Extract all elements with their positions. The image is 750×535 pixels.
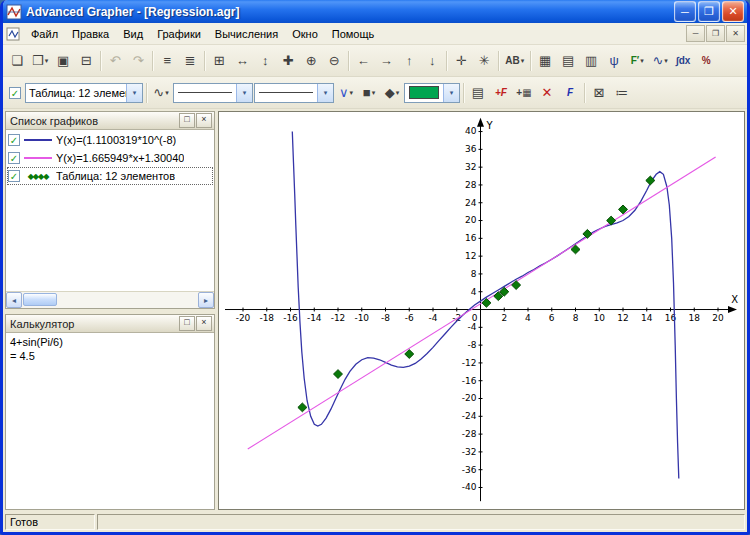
mdi-minimize-button[interactable]: ─ — [686, 25, 705, 42]
duplicate-list-button[interactable]: ≣ — [179, 50, 201, 72]
add-graph-button[interactable]: ⊞ — [208, 50, 230, 72]
save-button[interactable]: ▣ — [52, 50, 74, 72]
trace-button[interactable]: ✛ — [450, 50, 472, 72]
menu-item-2[interactable]: Вид — [116, 26, 150, 42]
undo-button[interactable]: ↶ — [104, 50, 126, 72]
chevron-down-icon[interactable]: ▾ — [126, 84, 142, 102]
graph-visible-checkbox[interactable]: ✓ — [9, 87, 21, 99]
pan-right-button[interactable]: → — [375, 50, 397, 72]
marker-style-button[interactable]: ◆▾ — [381, 82, 403, 104]
values-table-button[interactable]: ▤ — [557, 50, 579, 72]
add-function-icon: +F — [495, 88, 507, 98]
toolbar-separator — [348, 51, 349, 71]
fill-style-button[interactable]: ■▾ — [358, 82, 380, 104]
menu-item-1[interactable]: Правка — [65, 26, 116, 42]
delete-graph-button[interactable]: ✕ — [536, 82, 558, 104]
mdi-restore-button[interactable]: ❐ — [706, 25, 725, 42]
menu-item-5[interactable]: Окно — [285, 26, 325, 42]
add-function-button[interactable]: +F — [490, 82, 512, 104]
pan-up-button[interactable]: ↑ — [398, 50, 420, 72]
scroll-right-button[interactable]: ▸ — [198, 292, 214, 308]
scale-y-button[interactable]: ↕ — [254, 50, 276, 72]
integral-button[interactable]: ∫dx — [672, 50, 694, 72]
svg-text:4: 4 — [525, 313, 531, 323]
curve-type-button[interactable]: ∿▾ — [150, 82, 172, 104]
calculator-panel: Калькулятор □ × 4+sin(Pi/6) = 4.5 — [5, 314, 215, 510]
chevron-down-icon: ▾ — [45, 57, 49, 65]
open-button[interactable]: ❒▾ — [29, 50, 51, 72]
matrix-button[interactable]: ▥ — [580, 50, 602, 72]
close-button[interactable]: ✕ — [722, 1, 744, 22]
svg-text:-8: -8 — [468, 340, 477, 350]
line-style-combo[interactable]: ▾ — [173, 83, 253, 103]
undo-icon: ↶ — [110, 54, 121, 67]
svg-text:6: 6 — [549, 313, 555, 323]
color-combo[interactable]: ▾ — [404, 83, 460, 103]
menu-item-6[interactable]: Помощь — [325, 26, 382, 42]
scale-x-button[interactable]: ↔ — [231, 50, 253, 72]
chevron-down-icon[interactable]: ▾ — [236, 84, 252, 102]
derivative-button[interactable]: F′▾ — [626, 50, 648, 72]
zoom-out-button[interactable]: ⊖ — [323, 50, 345, 72]
graph-list-item-1[interactable]: ✓Y(x)=1.665949*x+1.30040 — [7, 149, 213, 167]
regression-button[interactable]: ψ — [603, 50, 625, 72]
graph-selector-combo[interactable]: Таблица: 12 элементов▾ — [25, 83, 143, 103]
svg-text:-12: -12 — [331, 313, 346, 323]
line-width-combo[interactable]: ▾ — [254, 83, 334, 103]
visibility-checkbox[interactable]: ✓ — [8, 134, 20, 146]
plot-panel[interactable]: XY-20-18-16-14-12-10-8-6-4-2246810121416… — [218, 111, 745, 510]
menu-item-0[interactable]: Файл — [24, 26, 65, 42]
graph-list-title: Список графиков — [10, 115, 98, 127]
toolbar-main: ❏❒▾▣⊟↶↷≡≣⊞↔↕✚⊕⊖←→↑↓✛✳AB▾▦▤▥ψF′▾∿▾∫dx% — [3, 45, 747, 77]
menu-item-4[interactable]: Вычисления — [208, 26, 285, 42]
svg-text:-18: -18 — [259, 313, 274, 323]
graph-list-item-0[interactable]: ✓Y(x)=(1.1100319*10^(-8) — [7, 131, 213, 149]
interpolation-button[interactable]: ∨▾ — [335, 82, 357, 104]
visibility-checkbox[interactable]: ✓ — [8, 170, 20, 182]
maximize-button[interactable]: ❐ — [698, 1, 720, 22]
table-button[interactable]: ▦ — [534, 50, 556, 72]
graph-list-item-2[interactable]: ✓◆◆◆◆Таблица: 12 элементов — [7, 167, 213, 185]
calculator-input[interactable]: 4+sin(Pi/6) = 4.5 — [6, 333, 214, 509]
toolbar-separator — [446, 51, 447, 71]
scroll-thumb[interactable] — [23, 293, 57, 306]
legend-button[interactable]: ≔ — [611, 82, 633, 104]
svg-text:-20: -20 — [462, 394, 477, 404]
print-button[interactable]: ⊟ — [75, 50, 97, 72]
properties-button[interactable]: ▤ — [467, 82, 489, 104]
pan-down-button[interactable]: ↓ — [421, 50, 443, 72]
new-button[interactable]: ❏ — [6, 50, 28, 72]
visibility-checkbox[interactable]: ✓ — [8, 152, 20, 164]
pan-left-button[interactable]: ← — [352, 50, 374, 72]
add-table-button[interactable]: +▦ — [513, 82, 535, 104]
minimize-button[interactable]: ─ — [674, 1, 696, 22]
graph-list: ✓Y(x)=(1.1100319*10^(-8)✓Y(x)=1.665949*x… — [6, 130, 214, 291]
curve-fit-button[interactable]: ∿▾ — [649, 50, 671, 72]
zoom-in-button[interactable]: ⊕ — [300, 50, 322, 72]
mdi-close-button[interactable]: ✕ — [726, 25, 745, 42]
panel-restore-button[interactable]: □ — [179, 113, 195, 128]
panel-close-button[interactable]: × — [196, 316, 212, 331]
graph-list-toggle-button[interactable]: ≡ — [156, 50, 178, 72]
scroll-track[interactable] — [22, 292, 198, 308]
interpolation-icon: ∨ — [339, 86, 349, 99]
redo-button[interactable]: ↷ — [127, 50, 149, 72]
panel-restore-button[interactable]: □ — [179, 316, 195, 331]
panel-close-button[interactable]: × — [196, 113, 212, 128]
toolbar-separator — [204, 51, 205, 71]
scroll-left-button[interactable]: ◂ — [6, 292, 22, 308]
axes-options-button[interactable]: ⊠ — [588, 82, 610, 104]
chevron-down-icon: ▾ — [664, 57, 668, 65]
chevron-down-icon[interactable]: ▾ — [317, 84, 333, 102]
text-label-button[interactable]: AB▾ — [502, 50, 527, 72]
plot-canvas[interactable]: XY-20-18-16-14-12-10-8-6-4-2246810121416… — [219, 112, 744, 509]
edit-graph-button[interactable]: F — [559, 82, 581, 104]
svg-text:20: 20 — [465, 216, 477, 226]
open-icon: ❒ — [32, 54, 44, 67]
menu-item-3[interactable]: Графики — [150, 26, 208, 42]
move-plot-button[interactable]: ✚ — [277, 50, 299, 72]
point-button[interactable]: ✳ — [473, 50, 495, 72]
chevron-down-icon[interactable]: ▾ — [443, 84, 459, 102]
percent-button[interactable]: % — [695, 50, 717, 72]
new-icon: ❏ — [11, 54, 23, 67]
